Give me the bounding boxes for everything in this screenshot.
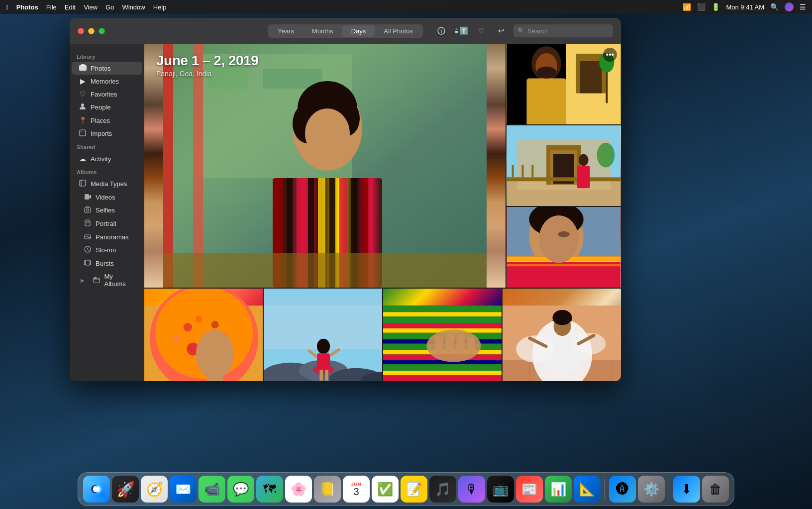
dock-item-photos[interactable]: 🌸 xyxy=(285,476,312,503)
svg-point-32 xyxy=(305,108,350,158)
photo-headscarf[interactable] xyxy=(144,289,263,381)
help-menu[interactable]: Help xyxy=(153,3,167,11)
svg-rect-61 xyxy=(507,177,621,181)
imports-icon xyxy=(79,129,87,138)
sidebar-item-media-types[interactable]: Media Types xyxy=(72,177,142,191)
dock-item-news[interactable]: 📰 xyxy=(516,476,543,503)
search-bar[interactable]: 🔍 Search xyxy=(513,24,613,37)
dock-item-launchpad[interactable]: 🚀 xyxy=(112,476,139,503)
svg-rect-9 xyxy=(85,194,89,200)
dock-item-finder[interactable] xyxy=(83,476,110,503)
dock-item-music[interactable]: 🎵 xyxy=(429,476,456,503)
app-name-menu[interactable]: Photos xyxy=(16,3,38,11)
sidebar-item-places[interactable]: 📍 Places xyxy=(72,114,142,127)
file-menu[interactable]: File xyxy=(46,3,57,11)
tab-all-photos[interactable]: All Photos xyxy=(375,25,422,37)
dock-item-appstore[interactable]: 🅐 xyxy=(609,476,636,503)
sidebar-favorites-label: Favorites xyxy=(91,91,117,98)
dock-item-facetime[interactable]: 📹 xyxy=(199,476,225,503)
sidebar-photos-label: Photos xyxy=(91,65,110,72)
date-title: June 1 – 2, 2019 xyxy=(156,53,258,69)
svg-point-77 xyxy=(558,231,570,237)
dock-item-downloads[interactable]: ⬇ xyxy=(673,476,700,503)
close-button[interactable] xyxy=(78,28,84,34)
svg-point-85 xyxy=(174,335,180,341)
sidebar-places-label: Places xyxy=(91,117,110,124)
photo-grid: June 1 – 2, 2019 Panaji, Goa, India xyxy=(144,44,621,381)
sidebar-item-portrait[interactable]: Portrait xyxy=(72,217,142,230)
sidebar-item-people[interactable]: People xyxy=(72,101,142,114)
photo-girl-rocks[interactable] xyxy=(264,289,382,381)
search-icon[interactable]: 🔍 xyxy=(770,3,779,11)
date-location: Panaji, Goa, India xyxy=(156,70,258,78)
photo-sari-closeup-inner xyxy=(507,207,621,288)
tab-years[interactable]: Years xyxy=(269,25,303,37)
dock-item-maps[interactable]: 🗺 xyxy=(256,476,283,503)
dock-item-systemprefs[interactable]: ⚙️ xyxy=(638,476,665,503)
dock-item-messages[interactable]: 💬 xyxy=(227,476,254,503)
tab-days[interactable]: Days xyxy=(342,25,375,37)
photo-dancer[interactable] xyxy=(503,289,621,381)
sidebar-item-my-albums[interactable]: ▶ My Albums xyxy=(72,270,142,290)
dock-item-podcasts[interactable]: 🎙 xyxy=(458,476,485,503)
svg-rect-50 xyxy=(526,79,566,124)
svg-point-83 xyxy=(211,321,218,328)
dock-item-keynote[interactable]: 📐 xyxy=(574,476,601,503)
share-button[interactable]: ⬆️ xyxy=(454,23,469,38)
maximize-button[interactable] xyxy=(99,28,105,34)
sidebar-item-favorites[interactable]: ♡ Favorites xyxy=(72,88,142,101)
menubar:  Photos File Edit View Go Window Help 📶… xyxy=(0,0,812,14)
dock-item-calendar[interactable]: JUN 3 xyxy=(343,476,370,503)
dock-item-notes[interactable]: 📝 xyxy=(401,476,427,503)
svg-rect-5 xyxy=(80,130,86,136)
videos-icon xyxy=(84,193,92,201)
sidebar-item-memories[interactable]: ▶ Memories xyxy=(72,75,142,88)
dock: 🚀 🧭 ✉️ 📹 💬 🗺 🌸 📒 JUN xyxy=(78,472,734,506)
photo-man-yellow[interactable]: ••• xyxy=(507,44,621,124)
heart-button[interactable]: ♡ xyxy=(474,23,489,38)
svg-rect-108 xyxy=(383,323,502,328)
main-photo-inner xyxy=(144,44,506,288)
sidebar-item-selfies[interactable]: Selfies xyxy=(72,204,142,217)
dock-item-numbers[interactable]: 📊 xyxy=(545,476,572,503)
sidebar-item-activity[interactable]: ☁ Activity xyxy=(72,152,142,165)
dock-item-apple-tv[interactable]: 📺 xyxy=(487,476,514,503)
sidebar-item-imports[interactable]: Imports xyxy=(72,127,142,140)
selfies-icon xyxy=(84,206,92,214)
photo-headscarf-inner xyxy=(144,289,263,381)
svg-rect-63 xyxy=(522,165,524,178)
bottom-photos xyxy=(144,289,621,381)
dock-item-safari[interactable]: 🧭 xyxy=(141,476,168,503)
view-menu[interactable]: View xyxy=(84,3,98,11)
tab-months[interactable]: Months xyxy=(303,25,342,37)
go-menu[interactable]: Go xyxy=(105,3,114,11)
search-placeholder: Search xyxy=(527,27,548,35)
minimize-button[interactable] xyxy=(88,28,95,34)
edit-menu[interactable]: Edit xyxy=(65,3,76,11)
photo-arch[interactable] xyxy=(507,125,621,206)
svg-rect-2 xyxy=(79,65,87,71)
window-menu[interactable]: Window xyxy=(122,3,145,11)
sidebar-item-panoramas[interactable]: Panoramas xyxy=(72,230,142,243)
main-photo[interactable] xyxy=(144,44,506,288)
dock-item-trash[interactable]: 🗑 xyxy=(702,476,729,503)
sidebar-item-photos[interactable]: Photos xyxy=(72,62,142,75)
dock-item-contacts[interactable]: 📒 xyxy=(314,476,341,503)
desktop:  Photos File Edit View Go Window Help 📶… xyxy=(0,0,812,509)
svg-point-52 xyxy=(536,67,556,79)
user-avatar[interactable] xyxy=(785,2,794,11)
sidebar-item-bursts[interactable]: Bursts xyxy=(72,257,142,270)
sidebar-item-slo-mo[interactable]: Slo-mo xyxy=(72,243,142,257)
photo-textile[interactable] xyxy=(383,289,502,381)
dock-item-reminders[interactable]: ✅ xyxy=(372,476,399,503)
photo-dancer-inner xyxy=(503,289,621,381)
photo-sari-closeup[interactable] xyxy=(507,207,621,288)
menu-icon[interactable]: ☰ xyxy=(800,3,806,11)
info-button[interactable]: i xyxy=(434,23,449,38)
rotate-button[interactable]: ↩ xyxy=(494,23,508,38)
sidebar-item-videos[interactable]: Videos xyxy=(72,191,142,204)
more-button[interactable]: ••• xyxy=(603,48,617,62)
dock-item-mail[interactable]: ✉️ xyxy=(170,476,197,503)
svg-rect-117 xyxy=(383,371,502,375)
apple-menu[interactable]:  xyxy=(6,3,8,11)
